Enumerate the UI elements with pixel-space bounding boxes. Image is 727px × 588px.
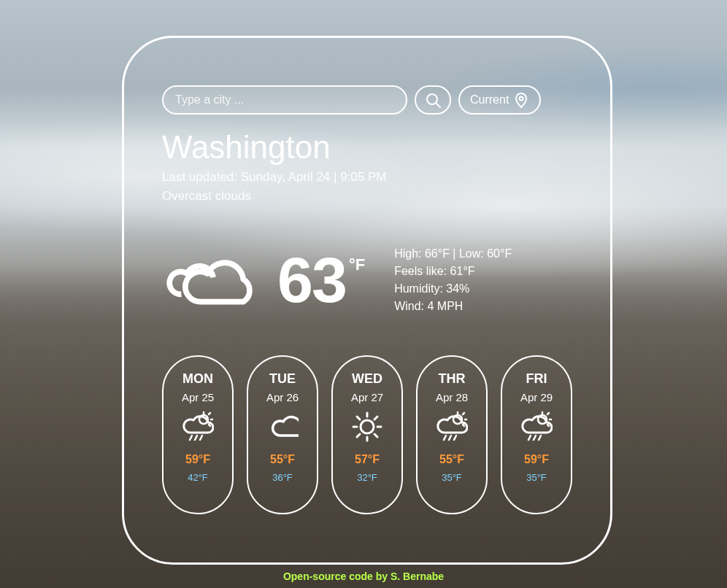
- search-icon: [425, 92, 441, 108]
- day-date: Apr 29: [520, 391, 553, 403]
- high-low-text: High: 66°F | Low: 60°F: [394, 247, 512, 260]
- day-high: 57°F: [355, 453, 380, 466]
- day-name: MON: [182, 371, 213, 387]
- weather-card: Current Washington Last updated: Sunday,…: [122, 36, 612, 565]
- cloud-icon: [162, 247, 257, 313]
- rain-sun-icon: [520, 411, 553, 443]
- day-low: 42°F: [188, 472, 208, 483]
- city-name: Washington: [162, 129, 572, 166]
- day-date: Apr 25: [182, 391, 214, 403]
- day-high: 55°F: [439, 453, 464, 466]
- day-low: 35°F: [526, 472, 547, 483]
- current-location-button[interactable]: Current: [458, 85, 541, 115]
- temperature-value: 63: [277, 251, 346, 309]
- day-low: 36°F: [272, 472, 293, 483]
- location-pin-icon: [513, 92, 529, 108]
- weather-details: High: 66°F | Low: 60°F Feels like: 61°F …: [394, 247, 512, 313]
- day-high: 59°F: [524, 453, 549, 466]
- day-high: 59°F: [185, 453, 210, 466]
- rain-sun-icon: [436, 411, 468, 443]
- sun-icon: [351, 411, 383, 443]
- last-updated: Last updated: Sunday, April 24 | 9:05 PM: [162, 170, 572, 185]
- rain-sun-icon: [182, 411, 214, 443]
- forecast-row: MONApr 2559°F42°FTUEApr 2655°F36°FWEDApr…: [162, 355, 572, 514]
- day-low: 35°F: [442, 472, 462, 483]
- forecast-day: THRApr 2855°F35°F: [416, 355, 488, 514]
- search-input[interactable]: [162, 85, 407, 115]
- day-name: FRI: [526, 371, 547, 387]
- temperature-unit: °F: [349, 255, 365, 274]
- condition-text: Overcast clouds: [162, 189, 572, 204]
- wind-text: Wind: 4 MPH: [394, 300, 512, 313]
- day-name: TUE: [269, 371, 296, 387]
- footer-credit[interactable]: Open-source code by S. Bernabe: [0, 570, 727, 582]
- day-date: Apr 26: [266, 391, 299, 403]
- day-high: 55°F: [270, 453, 295, 466]
- day-date: Apr 27: [351, 391, 383, 403]
- current-button-label: Current: [470, 93, 509, 107]
- forecast-day: FRIApr 2959°F35°F: [501, 355, 572, 514]
- forecast-day: TUEApr 2655°F36°F: [247, 355, 318, 514]
- forecast-day: MONApr 2559°F42°F: [162, 355, 234, 514]
- search-row: Current: [162, 85, 572, 115]
- feels-like-text: Feels like: 61°F: [394, 265, 512, 278]
- day-date: Apr 28: [436, 391, 468, 403]
- cloud-icon: [266, 411, 299, 443]
- search-button[interactable]: [415, 85, 451, 115]
- day-name: THR: [439, 371, 466, 387]
- day-name: WED: [352, 371, 382, 387]
- current-weather-row: 63 °F High: 66°F | Low: 60°F Feels like:…: [162, 247, 572, 313]
- temperature: 63 °F: [277, 251, 365, 309]
- forecast-day: WEDApr 2757°F32°F: [331, 355, 403, 514]
- day-low: 32°F: [357, 472, 377, 483]
- humidity-text: Humidity: 34%: [394, 282, 512, 295]
